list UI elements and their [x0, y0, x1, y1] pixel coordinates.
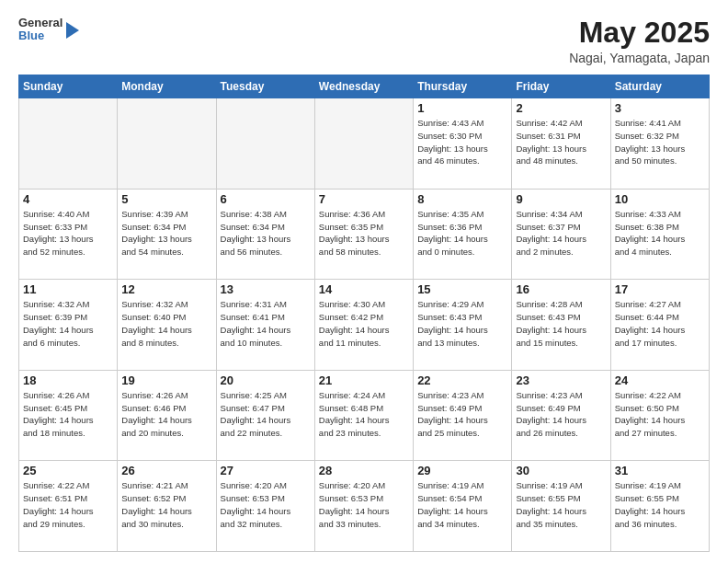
- day-number: 14: [319, 282, 409, 296]
- header: General Blue May 2025 Nagai, Yamagata, J…: [18, 17, 710, 65]
- day-number: 22: [417, 373, 507, 387]
- weekday-header-sunday: Sunday: [19, 75, 118, 98]
- day-info: Sunrise: 4:27 AMSunset: 6:44 PMDaylight:…: [615, 298, 705, 349]
- day-info: Sunrise: 4:22 AMSunset: 6:51 PMDaylight:…: [23, 479, 113, 530]
- day-info: Sunrise: 4:40 AMSunset: 6:33 PMDaylight:…: [23, 208, 113, 259]
- day-number: 9: [516, 192, 606, 206]
- calendar-cell: 21Sunrise: 4:24 AMSunset: 6:48 PMDayligh…: [314, 370, 413, 461]
- weekday-header-monday: Monday: [118, 75, 216, 98]
- calendar-cell: 20Sunrise: 4:25 AMSunset: 6:47 PMDayligh…: [216, 370, 314, 461]
- calendar-cell: 23Sunrise: 4:23 AMSunset: 6:49 PMDayligh…: [512, 370, 610, 461]
- day-info: Sunrise: 4:34 AMSunset: 6:37 PMDaylight:…: [516, 208, 606, 259]
- logo-text: General Blue: [18, 17, 63, 43]
- day-info: Sunrise: 4:21 AMSunset: 6:52 PMDaylight:…: [121, 479, 211, 530]
- calendar-cell: 7Sunrise: 4:36 AMSunset: 6:35 PMDaylight…: [314, 189, 413, 280]
- day-number: 6: [221, 192, 311, 206]
- day-number: 1: [417, 101, 507, 115]
- weekday-header-thursday: Thursday: [414, 75, 512, 98]
- weekday-header-saturday: Saturday: [610, 75, 709, 98]
- day-number: 13: [221, 282, 311, 296]
- day-number: 19: [121, 373, 211, 387]
- day-info: Sunrise: 4:19 AMSunset: 6:55 PMDaylight:…: [615, 479, 705, 530]
- page: General Blue May 2025 Nagai, Yamagata, J…: [0, 0, 728, 563]
- day-info: Sunrise: 4:33 AMSunset: 6:38 PMDaylight:…: [615, 208, 705, 259]
- day-number: 3: [615, 101, 705, 115]
- day-info: Sunrise: 4:43 AMSunset: 6:30 PMDaylight:…: [417, 117, 507, 167]
- calendar-week-3: 11Sunrise: 4:32 AMSunset: 6:39 PMDayligh…: [19, 280, 710, 371]
- logo-arrow-icon: [66, 22, 79, 39]
- day-number: 7: [319, 192, 409, 206]
- day-number: 30: [516, 464, 606, 477]
- calendar-cell: 30Sunrise: 4:19 AMSunset: 6:55 PMDayligh…: [512, 461, 610, 552]
- day-info: Sunrise: 4:31 AMSunset: 6:41 PMDaylight:…: [221, 298, 311, 349]
- day-info: Sunrise: 4:26 AMSunset: 6:46 PMDaylight:…: [121, 389, 211, 440]
- calendar-cell: 3Sunrise: 4:41 AMSunset: 6:32 PMDaylight…: [610, 98, 709, 190]
- day-info: Sunrise: 4:19 AMSunset: 6:55 PMDaylight:…: [516, 479, 606, 530]
- day-number: 31: [615, 464, 705, 477]
- calendar-cell: [216, 98, 314, 190]
- calendar-week-1: 1Sunrise: 4:43 AMSunset: 6:30 PMDaylight…: [19, 98, 710, 190]
- calendar-cell: [118, 98, 216, 190]
- day-number: 12: [121, 282, 211, 296]
- calendar-body: 1Sunrise: 4:43 AMSunset: 6:30 PMDaylight…: [19, 98, 710, 552]
- day-number: 28: [319, 464, 409, 477]
- day-number: 10: [615, 192, 705, 206]
- day-number: 17: [615, 282, 705, 296]
- day-info: Sunrise: 4:20 AMSunset: 6:53 PMDaylight:…: [319, 479, 409, 530]
- calendar-week-5: 25Sunrise: 4:22 AMSunset: 6:51 PMDayligh…: [19, 461, 710, 552]
- calendar-cell: 1Sunrise: 4:43 AMSunset: 6:30 PMDaylight…: [414, 98, 512, 190]
- weekday-header-friday: Friday: [512, 75, 610, 98]
- day-info: Sunrise: 4:24 AMSunset: 6:48 PMDaylight:…: [319, 389, 409, 440]
- day-info: Sunrise: 4:29 AMSunset: 6:43 PMDaylight:…: [417, 298, 507, 349]
- calendar-cell: 28Sunrise: 4:20 AMSunset: 6:53 PMDayligh…: [314, 461, 413, 552]
- calendar-cell: 31Sunrise: 4:19 AMSunset: 6:55 PMDayligh…: [610, 461, 709, 552]
- calendar-cell: 18Sunrise: 4:26 AMSunset: 6:45 PMDayligh…: [19, 370, 118, 461]
- day-info: Sunrise: 4:23 AMSunset: 6:49 PMDaylight:…: [516, 389, 606, 440]
- day-info: Sunrise: 4:36 AMSunset: 6:35 PMDaylight:…: [319, 208, 409, 259]
- calendar-cell: 27Sunrise: 4:20 AMSunset: 6:53 PMDayligh…: [216, 461, 314, 552]
- day-info: Sunrise: 4:20 AMSunset: 6:53 PMDaylight:…: [221, 479, 311, 530]
- day-info: Sunrise: 4:39 AMSunset: 6:34 PMDaylight:…: [121, 208, 211, 259]
- day-info: Sunrise: 4:32 AMSunset: 6:39 PMDaylight:…: [23, 298, 113, 349]
- day-info: Sunrise: 4:41 AMSunset: 6:32 PMDaylight:…: [615, 117, 705, 167]
- calendar-week-2: 4Sunrise: 4:40 AMSunset: 6:33 PMDaylight…: [19, 189, 710, 280]
- calendar-week-4: 18Sunrise: 4:26 AMSunset: 6:45 PMDayligh…: [19, 370, 710, 461]
- weekday-header-wednesday: Wednesday: [314, 75, 413, 98]
- calendar-cell: 12Sunrise: 4:32 AMSunset: 6:40 PMDayligh…: [118, 280, 216, 371]
- calendar-cell: 15Sunrise: 4:29 AMSunset: 6:43 PMDayligh…: [414, 280, 512, 371]
- logo-line2: Blue: [18, 29, 63, 42]
- calendar-header-row: SundayMondayTuesdayWednesdayThursdayFrid…: [19, 75, 710, 98]
- day-info: Sunrise: 4:38 AMSunset: 6:34 PMDaylight:…: [221, 208, 311, 259]
- day-number: 15: [417, 282, 507, 296]
- day-number: 21: [319, 373, 409, 387]
- calendar-cell: 8Sunrise: 4:35 AMSunset: 6:36 PMDaylight…: [414, 189, 512, 280]
- day-info: Sunrise: 4:23 AMSunset: 6:49 PMDaylight:…: [417, 389, 507, 440]
- calendar-cell: 26Sunrise: 4:21 AMSunset: 6:52 PMDayligh…: [118, 461, 216, 552]
- day-info: Sunrise: 4:25 AMSunset: 6:47 PMDaylight:…: [221, 389, 311, 440]
- day-number: 18: [23, 373, 113, 387]
- calendar-cell: 24Sunrise: 4:22 AMSunset: 6:50 PMDayligh…: [610, 370, 709, 461]
- calendar-cell: 10Sunrise: 4:33 AMSunset: 6:38 PMDayligh…: [610, 189, 709, 280]
- calendar-cell: [314, 98, 413, 190]
- day-number: 4: [23, 192, 113, 206]
- day-number: 5: [121, 192, 211, 206]
- location: Nagai, Yamagata, Japan: [569, 51, 710, 65]
- day-number: 24: [615, 373, 705, 387]
- calendar-cell: 4Sunrise: 4:40 AMSunset: 6:33 PMDaylight…: [19, 189, 118, 280]
- day-number: 29: [417, 464, 507, 477]
- calendar-cell: 5Sunrise: 4:39 AMSunset: 6:34 PMDaylight…: [118, 189, 216, 280]
- calendar-cell: 2Sunrise: 4:42 AMSunset: 6:31 PMDaylight…: [512, 98, 610, 190]
- day-info: Sunrise: 4:35 AMSunset: 6:36 PMDaylight:…: [417, 208, 507, 259]
- calendar-cell: 25Sunrise: 4:22 AMSunset: 6:51 PMDayligh…: [19, 461, 118, 552]
- calendar-cell: 6Sunrise: 4:38 AMSunset: 6:34 PMDaylight…: [216, 189, 314, 280]
- weekday-header-tuesday: Tuesday: [216, 75, 314, 98]
- day-info: Sunrise: 4:32 AMSunset: 6:40 PMDaylight:…: [121, 298, 211, 349]
- day-info: Sunrise: 4:42 AMSunset: 6:31 PMDaylight:…: [516, 117, 606, 167]
- calendar-cell: [19, 98, 118, 190]
- day-info: Sunrise: 4:22 AMSunset: 6:50 PMDaylight:…: [615, 389, 705, 440]
- day-number: 20: [221, 373, 311, 387]
- calendar-cell: 11Sunrise: 4:32 AMSunset: 6:39 PMDayligh…: [19, 280, 118, 371]
- day-info: Sunrise: 4:26 AMSunset: 6:45 PMDaylight:…: [23, 389, 113, 440]
- calendar-cell: 9Sunrise: 4:34 AMSunset: 6:37 PMDaylight…: [512, 189, 610, 280]
- day-number: 23: [516, 373, 606, 387]
